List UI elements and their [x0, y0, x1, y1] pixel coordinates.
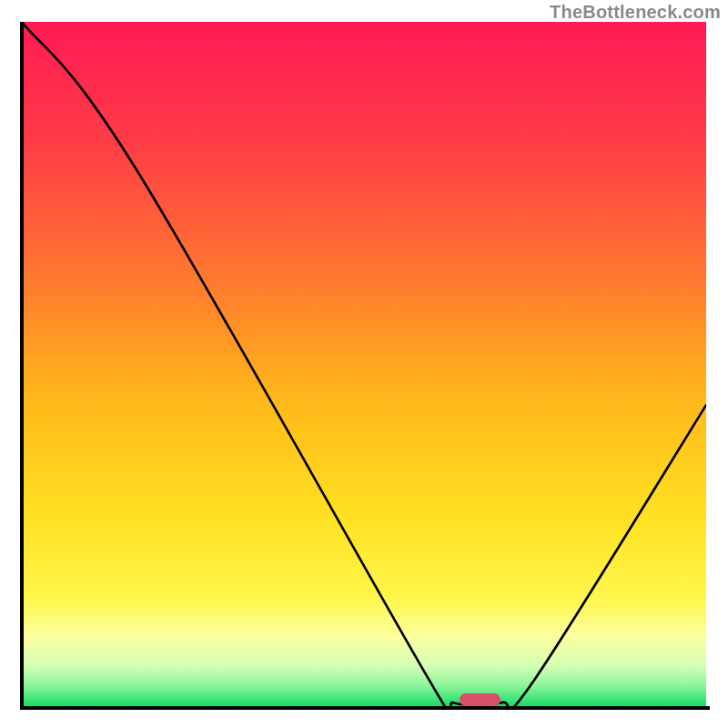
chart-line-layer — [22, 22, 706, 706]
bottleneck-curve — [22, 22, 706, 706]
plot-area — [22, 22, 706, 706]
y-axis — [20, 22, 24, 710]
watermark-text: TheBottleneck.com — [550, 2, 721, 23]
optimal-marker — [460, 693, 500, 706]
chart-canvas: TheBottleneck.com — [0, 0, 728, 728]
x-axis — [20, 706, 710, 710]
